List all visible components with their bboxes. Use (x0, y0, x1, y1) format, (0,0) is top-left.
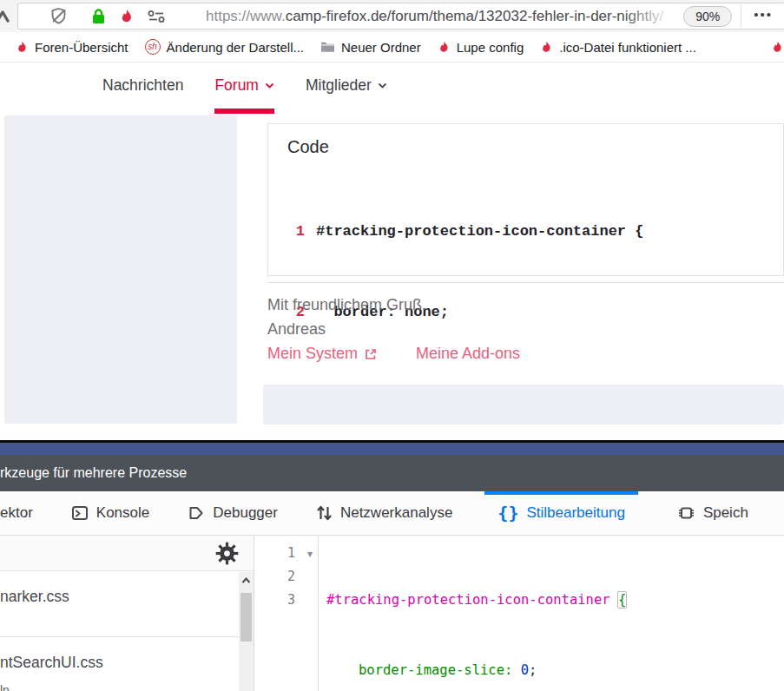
scroll-up-icon[interactable] (240, 576, 252, 585)
memory-chip-icon (677, 504, 695, 522)
site-navigation: Nachrichten Forum Mitglieder (102, 76, 387, 100)
link-label: Mein System (267, 345, 358, 363)
gutter-line-number: 3 (287, 589, 295, 612)
nav-label: Forum (214, 76, 259, 95)
tab-debugger[interactable]: Debugger (175, 491, 291, 535)
open-brace-token: { (618, 592, 626, 608)
semicolon-token: ; (529, 662, 537, 678)
nav-label: Nachrichten (102, 76, 183, 95)
tab-label: Speich (703, 504, 748, 522)
bookmark-label: .ico-Datei funktioniert ... (559, 40, 696, 55)
tab-inspektor[interactable]: ektor (0, 491, 46, 535)
list-divider (0, 636, 239, 637)
style-editor-panel: narker.css ntSearchUI.css ln 1 ▾ 2 3 #tr… (0, 536, 784, 691)
css-selector-token: #tracking-protection-icon-container (326, 592, 610, 608)
link-label: Meine Add-ons (416, 345, 520, 363)
tab-stilbearbeitung[interactable]: {} Stilbearbeitung (484, 491, 638, 535)
editor-gutter: 1 ▾ 2 3 (254, 536, 319, 691)
link-mein-system[interactable]: Mein System (267, 345, 378, 363)
editor-code[interactable]: #tracking-protection-icon-container { bo… (320, 542, 784, 691)
signature-divider (267, 282, 784, 283)
flame-permission-icon[interactable] (119, 8, 135, 25)
post-code-block: Code 1#tracking-protection-icon-containe… (267, 123, 784, 276)
bookmark-label: Lupe config (457, 40, 524, 55)
nav-item-forum[interactable]: Forum (214, 76, 274, 100)
css-value-token: 0 (512, 662, 529, 678)
style-editor-toolbar (0, 536, 254, 571)
code-line: 1#tracking-protection-icon-container { (294, 218, 783, 245)
gear-icon[interactable] (215, 542, 239, 565)
braces-icon: {} (497, 503, 518, 523)
forum-page: Nachrichten Forum Mitglieder Code 1#trac… (0, 63, 784, 440)
link-meine-addons[interactable]: Meine Add-ons (416, 345, 520, 363)
url-rest: camp-firefox.de/forum/thema/132032-fehle… (286, 8, 664, 24)
tab-label: ektor (0, 504, 33, 522)
folder-icon (320, 40, 335, 54)
browser-toolbar: https://www.camp-firefox.de/forum/thema/… (0, 0, 784, 32)
gutter-line-number: 2 (287, 565, 295, 589)
tab-label: Konsole (96, 504, 149, 522)
tab-netzwerkanalyse[interactable]: Netzwerkanalyse (303, 491, 465, 535)
tab-label: Netzwerkanalyse (340, 504, 452, 522)
tab-label: Stilbearbeitung (526, 504, 624, 522)
bookmark-ico-datei[interactable]: .ico-Datei funktioniert ... (540, 40, 696, 55)
bookmark-aenderung-darstellung[interactable]: sh Änderung der Darstell... (145, 39, 304, 55)
style-editor-file-pane: narker.css ntSearchUI.css ln (0, 536, 254, 691)
quick-reply-strip[interactable] (263, 385, 784, 424)
post-author-panel (4, 115, 237, 424)
url-text[interactable]: https://www.camp-firefox.de/forum/thema/… (206, 8, 683, 25)
flame-icon (16, 40, 29, 55)
space (610, 592, 618, 608)
nav-label: Mitglieder (306, 76, 372, 95)
sh-badge-icon: sh (145, 39, 161, 55)
flame-icon (540, 40, 553, 55)
signature-greeting: Mit freundlichem Gruß. (267, 296, 426, 314)
stylesheet-item[interactable]: narker.css (0, 588, 69, 606)
url-scheme: https://www. (206, 8, 286, 24)
stylesheet-list: narker.css ntSearchUI.css ln (0, 572, 239, 691)
devtools-tabbar: ektor Konsole Debugger Netzwerkanalyse {… (0, 491, 784, 536)
code-text: #tracking-protection-icon-container { (316, 223, 643, 240)
tab-speicher[interactable]: Speich (664, 491, 761, 535)
bookmarks-bar: Foren-Übersicht sh Änderung der Darstell… (0, 32, 784, 63)
code-block-title: Code (287, 137, 783, 157)
bookmark-partial-flame-icon[interactable] (771, 40, 784, 55)
page-actions-menu-icon[interactable]: ••• (741, 5, 784, 27)
network-arrows-icon (316, 504, 333, 522)
nav-item-mitglieder[interactable]: Mitglieder (306, 76, 387, 100)
tab-label: Debugger (213, 504, 278, 522)
tab-konsole[interactable]: Konsole (58, 491, 162, 535)
chevron-down-icon (265, 82, 274, 89)
stylesheet-rule-count: ln (0, 683, 10, 691)
bookmark-foren-uebersicht[interactable]: Foren-Übersicht (16, 40, 128, 55)
file-list-scrollbar[interactable] (239, 572, 254, 691)
devtools-window-title: rkzeuge für mehrere Prozesse (0, 455, 187, 491)
stylesheet-item[interactable]: ntSearchUI.css (0, 654, 103, 672)
css-source-editor[interactable]: 1 ▾ 2 3 #tracking-protection-icon-contai… (254, 536, 784, 691)
signature-name: Andreas (267, 320, 326, 339)
permissions-icon[interactable] (147, 9, 166, 24)
window-frame-bar (0, 443, 784, 455)
flame-icon (438, 40, 451, 55)
bookmark-label: Foren-Übersicht (35, 40, 128, 55)
scrollbar-thumb[interactable] (240, 593, 252, 642)
bookmark-label: Änderung der Darstell... (167, 40, 304, 55)
bookmark-label: Neuer Ordner (341, 40, 421, 55)
url-bar[interactable]: https://www.camp-firefox.de/forum/thema/… (17, 3, 784, 30)
editor-line-2: border-image-slice: 0; (320, 659, 784, 682)
zoom-level-badge[interactable]: 90% (683, 6, 732, 27)
bookmark-lupe-config[interactable]: Lupe config (438, 40, 524, 55)
tracking-protection-shield-icon[interactable] (49, 7, 68, 25)
console-icon (71, 504, 89, 522)
lock-icon[interactable] (90, 8, 107, 25)
nav-item-nachrichten[interactable]: Nachrichten (102, 76, 183, 100)
bookmark-folder-neuer-ordner[interactable]: Neuer Ordner (320, 40, 421, 55)
line-number: 1 (294, 218, 305, 245)
devtools-titlebar[interactable]: rkzeuge für mehrere Prozesse (0, 455, 784, 491)
fold-marker-icon[interactable]: ▾ (307, 543, 313, 566)
debugger-icon (188, 504, 205, 522)
css-property-token: border-image-slice: (359, 662, 512, 678)
toolbar-partial-icon[interactable] (0, 8, 11, 25)
chevron-down-icon (378, 82, 387, 89)
editor-line-1: #tracking-protection-icon-container { (320, 589, 784, 612)
